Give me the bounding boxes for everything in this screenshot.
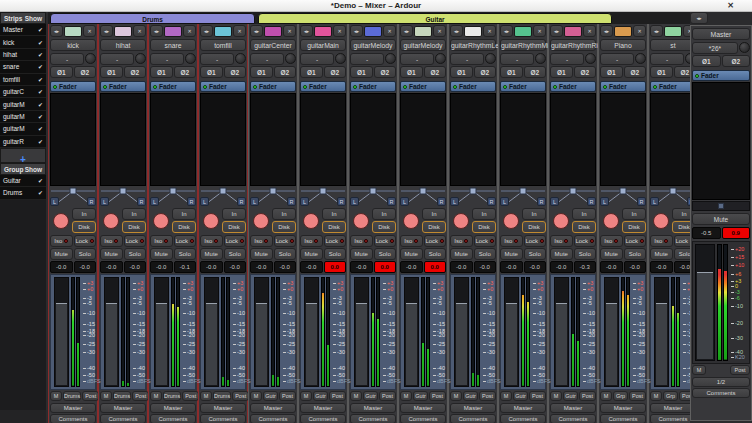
solo-button[interactable]: Solo xyxy=(74,248,97,260)
phase2-button[interactable]: Ø2 xyxy=(674,66,691,78)
master-mute-button[interactable]: Mute xyxy=(692,213,750,225)
channel-meter[interactable]: +3+0-3-5-10-15-18-20-25-30-40-50dBFS xyxy=(121,277,144,387)
add-strip-button[interactable]: + xyxy=(20,154,26,165)
strip-width-button[interactable]: ◂▸ xyxy=(150,25,163,37)
sidebar-strip-row[interactable]: kick ✔ xyxy=(0,36,46,48)
monitor-input-button[interactable]: In xyxy=(272,208,296,220)
mute-button[interactable]: Mute xyxy=(150,248,173,260)
solo-button[interactable]: Solo xyxy=(574,248,597,260)
strip-input-button[interactable]: - xyxy=(100,53,134,65)
channel-meter[interactable]: +3+0-3-5-10-15-18-20-25-30-40-50dBFS xyxy=(271,277,294,387)
strip-close-button[interactable]: ✕ xyxy=(133,25,146,37)
mute-button[interactable]: Mute xyxy=(100,248,123,260)
processor-led[interactable] xyxy=(695,74,699,78)
pan-right-button[interactable]: R xyxy=(137,197,146,206)
comments-button[interactable]: Comments xyxy=(650,414,690,423)
meter-point-button[interactable]: Post xyxy=(232,391,249,401)
phase2-button[interactable]: Ø2 xyxy=(224,66,247,78)
phase1-button[interactable]: Ø1 xyxy=(300,66,323,78)
meter-point-button[interactable]: Post xyxy=(429,391,446,401)
strip-color-chip[interactable] xyxy=(614,26,632,37)
master-name-button[interactable]: Master xyxy=(692,28,750,40)
channel-fader[interactable] xyxy=(54,277,69,387)
monitor-disk-button[interactable]: Disk xyxy=(472,221,496,233)
fader-processor[interactable]: Fader xyxy=(150,81,196,92)
solo-isolate-button[interactable]: Iso xyxy=(100,235,123,247)
window-close-icon[interactable]: ✕ xyxy=(727,0,734,12)
record-enable-button[interactable] xyxy=(303,213,319,229)
channel-meter[interactable]: +3+0-3-5-10-15-18-20-25-30-40-50dBFS xyxy=(621,277,644,387)
phase2-button[interactable]: Ø2 xyxy=(74,66,97,78)
solo-lock-button[interactable]: Lock xyxy=(524,235,547,247)
monitor-input-button[interactable]: In xyxy=(472,208,496,220)
strip-input-button[interactable]: - xyxy=(650,53,684,65)
phase1-button[interactable]: Ø1 xyxy=(100,66,123,78)
peak-display[interactable]: 0.0 xyxy=(324,261,347,273)
master-comments-button[interactable]: Comments xyxy=(692,388,750,398)
pan-left-button[interactable]: L xyxy=(300,197,309,206)
trim-knob[interactable] xyxy=(185,53,196,64)
strip-close-button[interactable]: ✕ xyxy=(83,25,96,37)
strip-name-button[interactable]: hihat xyxy=(100,39,146,51)
processor-box[interactable] xyxy=(450,93,496,186)
trim-knob[interactable] xyxy=(535,53,546,64)
fader-processor[interactable]: Fader xyxy=(100,81,146,92)
metering-button[interactable]: M xyxy=(650,391,662,401)
monitor-disk-button[interactable]: Disk xyxy=(622,221,646,233)
strip-color-chip[interactable] xyxy=(264,26,282,37)
metering-button[interactable]: M xyxy=(400,391,412,401)
gain-display[interactable]: -0.0 xyxy=(150,261,173,273)
pan-right-button[interactable]: R xyxy=(287,197,296,206)
mute-button[interactable]: Mute xyxy=(650,248,673,260)
solo-button[interactable]: Solo xyxy=(674,248,691,260)
strip-width-button[interactable]: ◂▸ xyxy=(100,25,113,37)
sidebar-group-row[interactable]: Guitar ✔ xyxy=(0,175,46,187)
meter-point-button[interactable]: Post xyxy=(82,391,99,401)
strip-color-chip[interactable] xyxy=(164,26,182,37)
solo-isolate-button[interactable]: Iso xyxy=(550,235,573,247)
monitor-disk-button[interactable]: Disk xyxy=(322,221,346,233)
strip-close-button[interactable]: ✕ xyxy=(683,25,690,37)
record-enable-button[interactable] xyxy=(203,213,219,229)
phase2-button[interactable]: Ø2 xyxy=(274,66,297,78)
comments-button[interactable]: Comments xyxy=(150,414,196,423)
strip-name-button[interactable]: guitarRhythmLeft xyxy=(450,39,496,51)
strip-name-button[interactable]: guitarRhythmMiddle xyxy=(500,39,546,51)
master-meter[interactable]: +20+15+10+6+30-3-6-10-20-30-40K20 xyxy=(717,244,748,361)
trim-knob[interactable] xyxy=(385,53,396,64)
master-meter-point-button[interactable]: Post xyxy=(730,365,750,375)
solo-button[interactable]: Solo xyxy=(174,248,197,260)
solo-lock-button[interactable]: Lock xyxy=(624,235,647,247)
pan-right-button[interactable]: R xyxy=(337,197,346,206)
mute-button[interactable]: Mute xyxy=(500,248,523,260)
fader-processor[interactable]: Fader xyxy=(350,81,396,92)
trim-knob[interactable] xyxy=(85,53,96,64)
strip-width-button[interactable]: ◂▸ xyxy=(500,25,513,37)
solo-isolate-button[interactable]: Iso xyxy=(600,235,623,247)
gain-display[interactable]: -0.0 xyxy=(350,261,373,273)
phase2-button[interactable]: Ø2 xyxy=(374,66,397,78)
fader-processor[interactable]: Fader xyxy=(400,81,446,92)
phase1-button[interactable]: Ø1 xyxy=(650,66,673,78)
strip-name-button[interactable]: tomfill xyxy=(200,39,246,51)
processor-led[interactable] xyxy=(53,85,57,89)
metering-button[interactable]: M xyxy=(200,391,212,401)
pan-widget[interactable]: L R xyxy=(650,187,690,207)
processor-box[interactable] xyxy=(650,93,690,186)
master-peak-display[interactable]: 0.9 xyxy=(722,227,751,239)
phase2-button[interactable]: Ø2 xyxy=(524,66,547,78)
show-checkbox[interactable]: ✔ xyxy=(38,125,43,132)
comments-button[interactable]: Comments xyxy=(450,414,496,423)
pan-right-button[interactable]: R xyxy=(187,197,196,206)
metering-button[interactable]: M xyxy=(50,391,62,401)
pan-left-button[interactable]: L xyxy=(150,197,159,206)
strip-width-button[interactable]: ◂▸ xyxy=(300,25,313,37)
processor-led[interactable] xyxy=(353,85,357,89)
pan-widget[interactable]: L R xyxy=(350,187,396,207)
gain-display[interactable]: -0.0 xyxy=(250,261,273,273)
processor-box[interactable] xyxy=(100,93,146,186)
channel-fader[interactable] xyxy=(304,277,319,387)
show-checkbox[interactable]: ✔ xyxy=(38,88,43,95)
strip-name-button[interactable]: snare xyxy=(150,39,196,51)
channel-fader[interactable] xyxy=(604,277,619,387)
